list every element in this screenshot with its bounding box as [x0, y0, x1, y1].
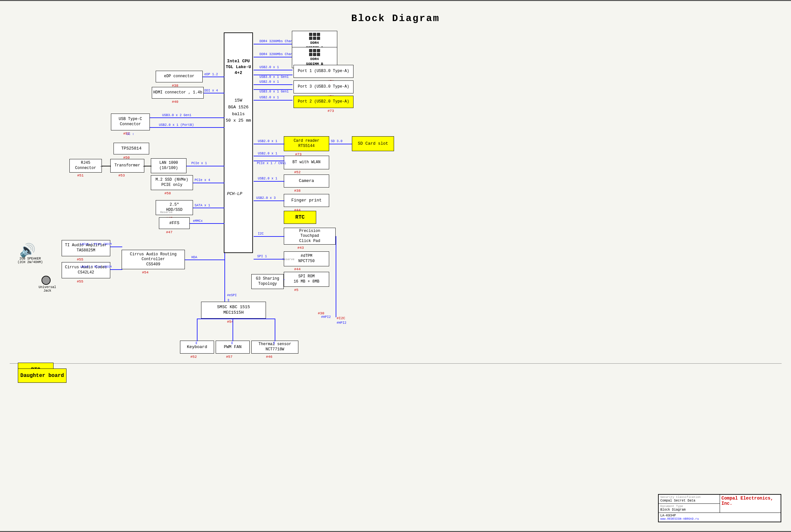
tps-box: TPS25814	[114, 143, 149, 154]
sd-card-slot-box: SD Card slot	[352, 136, 394, 151]
smsc-box: SMSC KBC 1515MEC1515H	[201, 302, 266, 319]
touchpad-box: PrecisionTouchpadClick Pad	[284, 228, 336, 245]
cirrus-routing-box: Cirrus Audio Routing ControllerCSS409	[122, 250, 185, 269]
fingerprint-box: Finger print	[284, 194, 329, 207]
info-table: Security Classification Compal Secret Da…	[658, 494, 781, 522]
speaker-icon: 🔊	[19, 243, 36, 259]
cpu-label: Intel CPUTGL Lake-U 4+2	[225, 58, 252, 76]
lan-box: LAN 1000(10/100)	[151, 158, 187, 173]
ddr4-b-line	[254, 57, 292, 57]
ddr4-a-line	[254, 44, 292, 44]
cirrus-codec-box: Cirrus Audio CodecCS42L42	[62, 262, 110, 278]
universal-jack-icon	[41, 276, 51, 285]
m2ssd-box: M.2 SSD (NVMe)PCIE only	[151, 175, 193, 190]
page-title: Block Diagram	[0, 13, 791, 24]
universal-jack-label: Universal Jack	[38, 285, 57, 292]
edp-box: eDP connector	[156, 71, 203, 82]
transformer-box: Transformer	[110, 159, 144, 173]
card-reader-box: Card readerRTS5144	[284, 136, 329, 151]
port3-box: Port 3 (USB3.0 Type-A)	[293, 80, 353, 93]
bt-wlan-box: BT with WLAN	[284, 156, 329, 169]
ffs-box: #FFS	[159, 217, 190, 229]
pch-label: PCH-LP	[227, 191, 242, 196]
rtc-box: RTC	[284, 211, 316, 224]
port1-box: Port 1 (USB3.0 Type-A)	[293, 65, 353, 78]
port2-box: Port 2 (USB2.0 Type-A)	[293, 96, 353, 108]
rj45-box: RJ45Connector	[70, 159, 102, 173]
spi-rom-box: SPI ROM16 MB + 8MB	[284, 272, 329, 287]
page: { "title": "Block Diagram", "cpu": { "la…	[0, 0, 791, 532]
company-name: Compal Electronics, Inc.	[721, 496, 779, 506]
cpu-specs: 15WBGA 1526 balls50 x 25 mm	[225, 97, 252, 124]
camera-box: Camera	[284, 174, 329, 188]
hdmi-box: HDMI connector , 1.4b	[152, 87, 204, 99]
legend-daughter-box: Daughter board	[18, 368, 66, 383]
g3-sharing-box: G3 SharingTopology	[251, 274, 284, 289]
usb-typec-box: USB Type-CConnector	[111, 114, 150, 130]
